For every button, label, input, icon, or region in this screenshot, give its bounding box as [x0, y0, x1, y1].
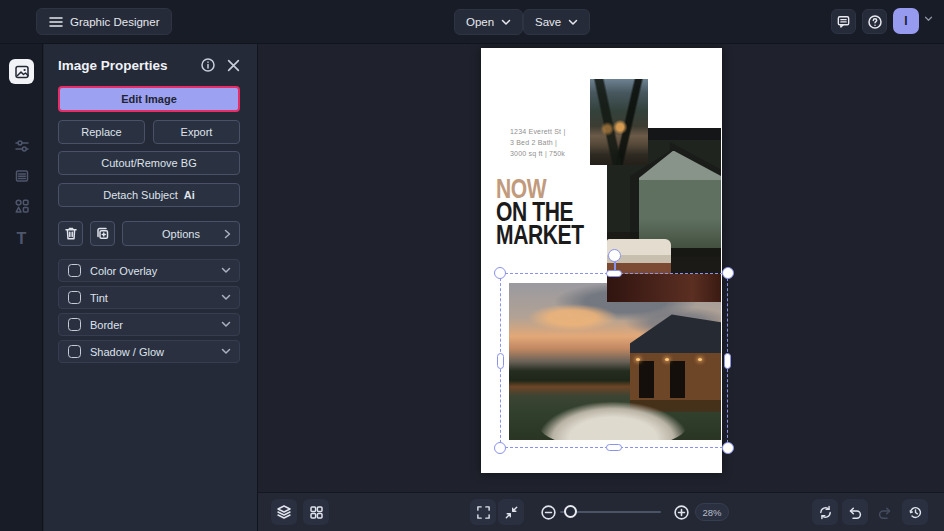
- redo-icon: [877, 505, 893, 520]
- toggle-label: Tint: [90, 292, 108, 304]
- main-menu-button[interactable]: Graphic Designer: [36, 8, 172, 35]
- options-label: Options: [162, 228, 200, 240]
- sidebar-item-images[interactable]: [9, 59, 34, 84]
- app-title: Graphic Designer: [70, 16, 159, 28]
- grid-icon: [309, 505, 324, 520]
- toggle-label: Shadow / Glow: [90, 346, 164, 358]
- duplicate-icon: [95, 226, 110, 241]
- zoom-out-button[interactable]: [535, 499, 561, 525]
- color-overlay-checkbox[interactable]: [68, 264, 81, 277]
- replace-button[interactable]: Replace: [58, 120, 145, 144]
- cutout-remove-bg-button[interactable]: Cutout/Remove BG: [58, 151, 240, 175]
- layers-icon: [276, 504, 292, 520]
- chevron-down-icon[interactable]: [221, 294, 231, 301]
- comment-icon: [836, 14, 851, 29]
- menu-icon: [49, 16, 63, 28]
- photo-cabin-forest[interactable]: [590, 79, 648, 165]
- avatar-initial: I: [904, 14, 907, 28]
- save-label: Save: [535, 16, 561, 28]
- zoom-level-indicator[interactable]: 28%: [695, 503, 729, 521]
- chevron-right-icon: [224, 229, 231, 239]
- toggle-label: Color Overlay: [90, 265, 157, 277]
- history-button[interactable]: [902, 499, 928, 525]
- border-checkbox[interactable]: [68, 318, 81, 331]
- reset-view-button[interactable]: [812, 499, 838, 525]
- chevron-down-icon: [501, 19, 511, 26]
- resize-handle-right[interactable]: [724, 353, 731, 369]
- listing-details-text[interactable]: 1234 Everett St | 3 Bed 2 Bath | 3000 sq…: [510, 126, 565, 159]
- bottom-toolbar: 28%: [258, 492, 944, 531]
- options-button[interactable]: Options: [122, 221, 240, 246]
- canvas-area[interactable]: 1234 Everett St | 3 Bed 2 Bath | 3000 sq…: [258, 44, 944, 492]
- image-properties-panel: Image Properties Edit Image Replace Expo…: [44, 44, 258, 531]
- fit-to-screen-button[interactable]: [498, 499, 524, 525]
- selection-bounding-box[interactable]: [500, 273, 728, 448]
- sidebar-item-text[interactable]: T: [9, 226, 34, 251]
- open-button[interactable]: Open: [454, 9, 523, 35]
- resize-handle-top[interactable]: [606, 270, 622, 277]
- zoom-out-icon: [540, 504, 557, 521]
- chevron-down-icon[interactable]: [221, 267, 231, 274]
- chevron-down-icon: [568, 19, 578, 26]
- trash-icon: [64, 226, 78, 241]
- resize-handle-bottom[interactable]: [606, 444, 622, 451]
- resize-handle-bottom-left[interactable]: [494, 442, 506, 454]
- detach-subject-button[interactable]: Detach Subject Ai: [58, 183, 240, 207]
- headline-text[interactable]: NOW ON THE MARKET: [496, 178, 584, 247]
- duplicate-button[interactable]: [90, 221, 115, 246]
- toggle-color-overlay[interactable]: Color Overlay: [58, 259, 240, 282]
- pages-grid-button[interactable]: [303, 499, 329, 525]
- image-icon: [14, 64, 30, 80]
- close-icon[interactable]: [227, 59, 240, 72]
- chevron-down-icon[interactable]: [221, 348, 231, 355]
- left-sidebar: T: [0, 44, 43, 531]
- fit-screen-icon: [504, 505, 519, 520]
- toggle-tint[interactable]: Tint: [58, 286, 240, 309]
- save-button[interactable]: Save: [523, 9, 590, 35]
- ai-badge: Ai: [184, 189, 195, 201]
- toggle-border[interactable]: Border: [58, 313, 240, 336]
- account-chevron-down-icon[interactable]: [924, 16, 933, 22]
- zoom-in-icon: [673, 504, 690, 521]
- fullscreen-button[interactable]: [470, 499, 496, 525]
- rotation-handle[interactable]: [608, 249, 621, 262]
- reset-icon: [818, 505, 833, 520]
- resize-handle-top-right[interactable]: [722, 267, 734, 279]
- delete-button[interactable]: [58, 221, 83, 246]
- undo-icon: [847, 505, 863, 520]
- toggle-label: Border: [90, 319, 123, 331]
- sidebar-item-elements[interactable]: [9, 193, 34, 218]
- panel-title: Image Properties: [58, 58, 189, 73]
- export-button[interactable]: Export: [153, 120, 240, 144]
- top-bar: Graphic Designer Open Save I: [0, 0, 944, 44]
- zoom-in-button[interactable]: [668, 499, 694, 525]
- comments-button[interactable]: [831, 9, 856, 34]
- avatar[interactable]: I: [893, 8, 919, 34]
- undo-button[interactable]: [842, 499, 868, 525]
- shapes-icon: [14, 198, 30, 214]
- text-icon: T: [17, 231, 27, 247]
- tint-checkbox[interactable]: [68, 291, 81, 304]
- fullscreen-icon: [476, 505, 491, 520]
- redo-button[interactable]: [872, 499, 898, 525]
- toggle-shadow-glow[interactable]: Shadow / Glow: [58, 340, 240, 363]
- help-button[interactable]: [862, 9, 887, 34]
- edit-image-button[interactable]: Edit Image: [58, 86, 240, 112]
- sliders-icon: [14, 138, 30, 154]
- layers-button[interactable]: [271, 499, 297, 525]
- detach-label: Detach Subject: [103, 189, 178, 201]
- sidebar-item-layers-list[interactable]: [9, 163, 34, 188]
- history-icon: [908, 505, 923, 520]
- list-icon: [14, 168, 30, 184]
- zoom-slider-knob[interactable]: [564, 505, 577, 518]
- sidebar-item-adjustments[interactable]: [9, 133, 34, 158]
- zoom-slider[interactable]: [560, 511, 661, 513]
- shadow-glow-checkbox[interactable]: [68, 345, 81, 358]
- open-label: Open: [466, 16, 494, 28]
- resize-handle-left[interactable]: [497, 353, 504, 369]
- resize-handle-top-left[interactable]: [494, 267, 506, 279]
- zoom-level-value: 28%: [702, 507, 721, 518]
- chevron-down-icon[interactable]: [221, 321, 231, 328]
- info-icon[interactable]: [200, 57, 216, 73]
- resize-handle-bottom-right[interactable]: [722, 442, 734, 454]
